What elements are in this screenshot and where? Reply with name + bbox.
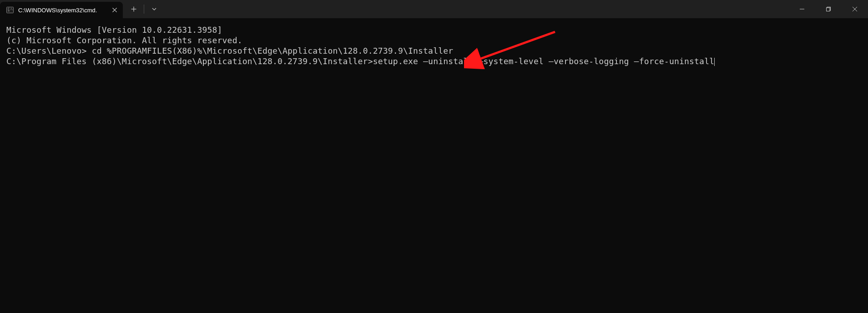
titlebar: C:\ C:\WINDOWS\system32\cmd.	[0, 0, 868, 18]
output-line: Microsoft Windows [Version 10.0.22631.39…	[6, 25, 862, 35]
titlebar-divider	[144, 5, 144, 14]
close-window-button[interactable]	[842, 0, 868, 18]
window-controls	[789, 0, 868, 18]
svg-rect-2	[8, 11, 10, 11]
terminal-tab[interactable]: C:\ C:\WINDOWS\system32\cmd.	[0, 2, 123, 18]
tab-close-button[interactable]	[110, 5, 119, 15]
svg-text:C:\: C:\	[8, 7, 13, 10]
minimize-button[interactable]	[789, 0, 815, 18]
cursor	[714, 58, 715, 66]
command-line: C:\Program Files (x86)\Microsoft\Edge\Ap…	[6, 56, 862, 66]
output-line: (c) Microsoft Corporation. All rights re…	[6, 35, 862, 45]
prompt: C:\Program Files (x86)\Microsoft\Edge\Ap…	[6, 56, 373, 66]
tab-dropdown-button[interactable]	[146, 0, 162, 18]
svg-rect-9	[827, 8, 830, 11]
titlebar-drag-area[interactable]	[162, 0, 789, 18]
tab-title: C:\WINDOWS\system32\cmd.	[18, 7, 106, 14]
prompt: C:\Users\Lenovo>	[6, 46, 92, 56]
cmd-icon: C:\	[6, 6, 14, 14]
command-text: cd %PROGRAMFILES(X86)%\Microsoft\Edge\Ap…	[92, 46, 454, 56]
terminal-output[interactable]: Microsoft Windows [Version 10.0.22631.39…	[0, 18, 868, 73]
command-line: C:\Users\Lenovo> cd %PROGRAMFILES(X86)%\…	[6, 45, 862, 56]
maximize-button[interactable]	[815, 0, 842, 18]
command-text: setup.exe –uninstall –system-level –verb…	[373, 56, 715, 66]
new-tab-button[interactable]	[126, 0, 142, 18]
